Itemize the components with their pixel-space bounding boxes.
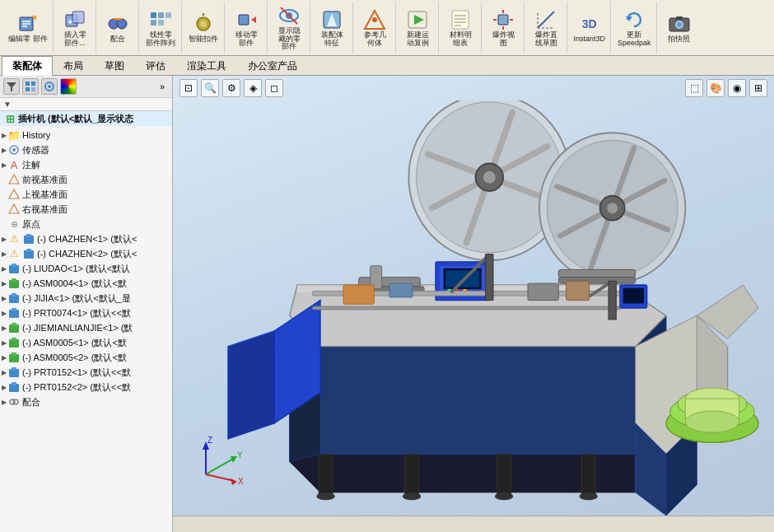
menubar: 装配体 布局 草图 评估 渲染工具 办公室产品 bbox=[0, 56, 774, 76]
view-settings-button[interactable]: ⚙ bbox=[222, 79, 240, 97]
tree-item-asm0005-2[interactable]: ▶ (-) ASM0005<2> (默认<默 bbox=[0, 350, 172, 365]
tree-item-chazhen2[interactable]: ▶ ⚠ (-) CHAZHEN<2> (默认< bbox=[0, 246, 172, 261]
insert-part-button[interactable]: + 插入零部件... bbox=[62, 7, 88, 49]
tree-item-annotation[interactable]: ▶ A 注解 bbox=[0, 157, 172, 172]
extra-btn1[interactable]: ◉ bbox=[728, 79, 746, 97]
tree-item-chazhen1[interactable]: ▶ ⚠ (-) CHAZHEN<1> (默认< bbox=[0, 231, 172, 246]
match-button[interactable]: 配合 bbox=[105, 11, 131, 45]
insert-part-label: 插入零部件... bbox=[64, 31, 86, 48]
expand-asm0005-1: ▶ bbox=[2, 339, 7, 347]
tree-item-top-plane[interactable]: ▶ 上视基准面 bbox=[0, 187, 172, 202]
origin-icon: ⊕ bbox=[7, 217, 21, 231]
tree-item-origin[interactable]: ▶ ⊕ 原点 bbox=[0, 217, 172, 231]
zoom-fit-button[interactable]: ⊡ bbox=[180, 79, 198, 97]
orientation-button[interactable]: ◈ bbox=[244, 79, 262, 97]
view-toolbar: ⊡ 🔍 ⚙ ◈ ◻ ⬚ 🎨 ◉ ⊞ bbox=[173, 79, 774, 97]
instant3d-button[interactable]: 3D Instant3D bbox=[572, 11, 608, 45]
svg-point-54 bbox=[48, 85, 51, 88]
explode-view-button[interactable]: 爆炸视图 bbox=[490, 7, 516, 49]
tab-office[interactable]: 办公室产品 bbox=[237, 56, 308, 76]
assembly-feature-button[interactable]: 装配体特征 bbox=[319, 7, 345, 49]
machine-base bbox=[290, 285, 728, 516]
material-specs-button[interactable]: 材料明细表 bbox=[447, 7, 473, 49]
tree-item-prt0152-1[interactable]: ▶ (-) PRT0152<1> (默认<<默 bbox=[0, 365, 172, 380]
expand-history: ▶ bbox=[2, 132, 7, 139]
svg-marker-48 bbox=[7, 82, 16, 91]
origin-label: 原点 bbox=[22, 218, 40, 231]
prt0152-1-icon bbox=[7, 366, 21, 379]
liudao1-icon bbox=[7, 262, 21, 275]
expand-prt0074-1: ▶ bbox=[2, 310, 7, 317]
panel-expand-button[interactable]: » bbox=[156, 80, 169, 93]
svg-rect-6 bbox=[72, 12, 84, 23]
svg-rect-69 bbox=[12, 293, 16, 296]
history-icon: 📁 bbox=[7, 128, 21, 142]
refresh-button[interactable]: 更新Speedpak bbox=[616, 7, 653, 49]
viewport[interactable]: ⊡ 🔍 ⚙ ◈ ◻ ⬚ 🎨 ◉ ⊞ bbox=[173, 76, 774, 532]
new-build-button[interactable]: 新建运动算例 bbox=[404, 7, 431, 49]
instant3d-icon: 3D bbox=[578, 12, 601, 35]
sensor-icon bbox=[7, 143, 21, 156]
tree-item-right-plane[interactable]: ▶ 右视基准面 bbox=[0, 202, 172, 217]
toolbar-group-insert: + 插入零部件... bbox=[55, 2, 96, 54]
svg-rect-11 bbox=[151, 12, 156, 18]
svg-rect-150 bbox=[486, 254, 493, 301]
tree-item-asm0004-1[interactable]: ▶ (-) ASM0004<1> (默认<默 bbox=[0, 276, 172, 291]
mate-icon bbox=[7, 395, 21, 408]
assembly-root-item[interactable]: ⊞ 插针机 (默认<默认_显示状态 bbox=[0, 111, 172, 126]
ref-geometry-button[interactable]: 参考几何体 bbox=[361, 7, 388, 49]
ref-geometry-label: 参考几何体 bbox=[364, 31, 386, 48]
explode-line-button[interactable]: 爆炸直线草图 bbox=[533, 7, 559, 49]
jiemian1-icon bbox=[7, 321, 21, 334]
insert-part-icon: + bbox=[63, 8, 86, 31]
panel-mode-button[interactable] bbox=[41, 78, 58, 95]
tree-item-mate[interactable]: ▶ 配合 bbox=[0, 394, 172, 409]
tab-render[interactable]: 渲染工具 bbox=[176, 56, 237, 76]
zoom-in-button[interactable]: 🔍 bbox=[201, 79, 219, 97]
svg-point-56 bbox=[12, 148, 16, 152]
move-parts-button[interactable]: 移动零部件 bbox=[233, 7, 259, 49]
svg-point-111 bbox=[685, 411, 739, 432]
svg-marker-20 bbox=[251, 16, 256, 23]
hide-planes-button[interactable]: ◻ bbox=[265, 79, 283, 97]
svg-rect-143 bbox=[313, 306, 620, 310]
tree-item-jiemianlianjie1[interactable]: ▶ (-) JIEMIANLIANJIE<1> (默 bbox=[0, 320, 172, 335]
toolbar-group-smart: 智能扣件 bbox=[184, 2, 225, 54]
toolbar-group-instant3d: 3D Instant3D bbox=[569, 2, 612, 54]
asm0005-2-label: (-) ASM0005<2> (默认<默 bbox=[22, 352, 127, 364]
toolbar-group-match: 配合 bbox=[98, 2, 139, 54]
smart-button[interactable]: 智能扣件 bbox=[187, 11, 220, 45]
tree-item-front-plane[interactable]: ▶ 前视基准面 bbox=[0, 172, 172, 187]
panel-filter-button[interactable] bbox=[3, 78, 20, 95]
linear-array-button[interactable]: 线性零部件阵列 bbox=[144, 7, 177, 49]
color-scheme-button[interactable]: 🎨 bbox=[706, 79, 725, 97]
toolbar-group-photo: 拍快照 bbox=[659, 2, 700, 54]
svg-rect-49 bbox=[26, 82, 30, 86]
material-specs-icon bbox=[449, 8, 472, 31]
svg-rect-52 bbox=[31, 87, 35, 91]
chazhen2-icon bbox=[22, 247, 35, 260]
edit-part-button[interactable]: 编辑零 部件 bbox=[7, 11, 49, 45]
tab-evaluate[interactable]: 评估 bbox=[135, 56, 176, 76]
tab-layout[interactable]: 布局 bbox=[53, 56, 94, 76]
tree-item-prt0152-2[interactable]: ▶ (-) PRT0152<2> (默认<<默 bbox=[0, 380, 172, 394]
svg-point-134 bbox=[607, 203, 618, 213]
svg-rect-147 bbox=[567, 281, 590, 300]
display-mode-button[interactable]: ⬚ bbox=[685, 79, 703, 97]
svg-text:Y: Y bbox=[237, 450, 243, 460]
tree-item-jijia1[interactable]: ▶ (-) JIJIA<1> (默认<默认_显 bbox=[0, 291, 172, 306]
tree-item-prt0074-1[interactable]: ▶ (-) PRT0074<1> (默认<<默 bbox=[0, 306, 172, 320]
extra-btn2[interactable]: ⊞ bbox=[749, 79, 767, 97]
tree-item-liudao1[interactable]: ▶ (-) LIUDAO<1> (默认<默认 bbox=[0, 261, 172, 276]
tab-assembly[interactable]: 装配体 bbox=[2, 56, 53, 76]
tab-sketch[interactable]: 草图 bbox=[94, 56, 135, 76]
panel-color-button[interactable] bbox=[60, 78, 77, 95]
panel-view-button[interactable] bbox=[22, 78, 39, 95]
tree-item-asm0005-1[interactable]: ▶ (-) ASM0005<1> (默认<默 bbox=[0, 335, 172, 350]
tree-item-history[interactable]: ▶ 📁 History bbox=[0, 128, 172, 142]
show-hidden-button[interactable]: 显示隐藏的零部件 bbox=[276, 2, 302, 54]
photo-button[interactable]: 拍快照 bbox=[666, 11, 692, 45]
toolbar-group-move: 移动零部件 bbox=[226, 2, 268, 54]
tree-item-sensor[interactable]: ▶ 传感器 bbox=[0, 142, 172, 157]
svg-line-155 bbox=[206, 458, 235, 474]
